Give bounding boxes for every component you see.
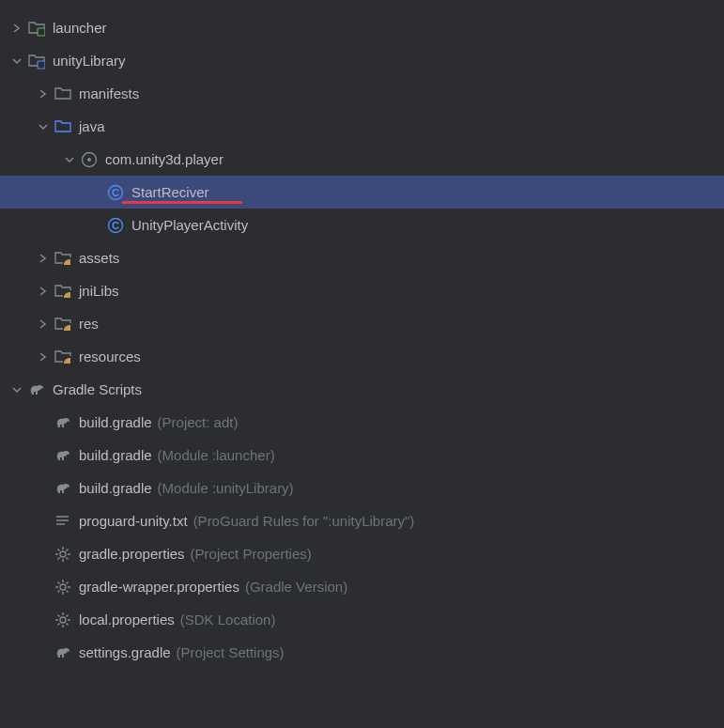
gear-icon (54, 579, 71, 596)
chevron-right-icon[interactable] (36, 284, 51, 299)
item-label: java (79, 118, 105, 134)
tree-item-assets[interactable]: assets (0, 241, 724, 274)
chevron-down-icon[interactable] (9, 54, 24, 69)
item-label: settings.gradle (79, 644, 171, 660)
item-label: assets (79, 250, 119, 266)
chevron-spacer (36, 481, 51, 496)
item-label: launcher (53, 20, 107, 36)
chevron-spacer (36, 415, 51, 430)
item-label: res (79, 316, 99, 332)
tree-item-gradle-wrapper[interactable]: gradle-wrapper.properties (Gradle Versio… (0, 570, 724, 603)
item-hint: (Module :unityLibrary) (158, 480, 294, 496)
source-folder-icon (54, 118, 71, 135)
tree-item-gradle-scripts[interactable]: Gradle Scripts (0, 373, 724, 406)
chevron-right-icon[interactable] (9, 21, 24, 36)
tree-item-proguard[interactable]: proguard-unity.txt (ProGuard Rules for "… (0, 504, 724, 537)
resource-folder-icon (54, 250, 71, 267)
module-folder-icon (28, 20, 45, 37)
item-label: gradle.properties (79, 546, 185, 562)
chevron-spacer (88, 185, 103, 200)
gradle-icon (54, 480, 71, 497)
chevron-down-icon[interactable] (9, 382, 24, 397)
gradle-icon (54, 414, 71, 431)
gradle-icon (54, 447, 71, 464)
item-label: proguard-unity.txt (79, 513, 188, 529)
tree-item-gradle-properties[interactable]: gradle.properties (Project Properties) (0, 537, 724, 570)
chevron-spacer (36, 645, 51, 660)
chevron-spacer (36, 448, 51, 463)
gradle-icon (54, 644, 71, 661)
gradle-icon (28, 381, 45, 398)
item-hint: (Project: adt) (158, 414, 239, 430)
tree-item-build-gradle-launcher[interactable]: build.gradle (Module :launcher) (0, 439, 724, 472)
item-label: UnityPlayerActivity (131, 217, 248, 233)
chevron-spacer (36, 547, 51, 562)
class-icon (107, 184, 124, 201)
tree-item-res[interactable]: res (0, 307, 724, 340)
item-label: com.unity3d.player (105, 151, 223, 167)
item-label: build.gradle (79, 480, 152, 496)
item-label: jniLibs (79, 283, 119, 299)
item-label: StartReciver (131, 184, 209, 200)
tree-item-unitylibrary[interactable]: unityLibrary (0, 44, 724, 77)
chevron-down-icon[interactable] (62, 152, 77, 167)
item-label: unityLibrary (53, 53, 126, 69)
resource-folder-icon (54, 283, 71, 300)
resource-folder-icon (54, 349, 71, 365)
resource-folder-icon (54, 316, 71, 333)
chevron-spacer (36, 580, 51, 595)
package-icon (81, 151, 98, 168)
chevron-right-icon[interactable] (36, 86, 51, 101)
chevron-spacer (88, 218, 103, 233)
class-icon (107, 217, 124, 234)
chevron-right-icon[interactable] (36, 251, 51, 266)
item-hint: (SDK Location) (180, 612, 276, 627)
item-label: gradle-wrapper.properties (79, 579, 239, 595)
chevron-spacer (36, 514, 51, 529)
item-label: Gradle Scripts (53, 381, 142, 397)
item-hint: (ProGuard Rules for ":unityLibrary") (193, 513, 415, 529)
gear-icon (54, 546, 71, 563)
item-label: resources (79, 349, 141, 364)
item-label: build.gradle (79, 447, 152, 463)
item-label: manifests (79, 85, 139, 101)
tree-item-local-properties[interactable]: local.properties (SDK Location) (0, 603, 724, 636)
item-hint: (Gradle Version) (245, 579, 347, 595)
tree-item-launcher[interactable]: launcher (0, 11, 724, 44)
tree-item-build-gradle-unitylibrary[interactable]: build.gradle (Module :unityLibrary) (0, 472, 724, 504)
item-label: build.gradle (79, 414, 152, 430)
module-folder-icon (28, 53, 45, 70)
tree-item-settings-gradle[interactable]: settings.gradle (Project Settings) (0, 636, 724, 669)
tree-item-startreciver[interactable]: StartReciver (0, 176, 724, 209)
chevron-down-icon[interactable] (36, 119, 51, 134)
item-label: local.properties (79, 612, 175, 627)
text-file-icon (54, 513, 71, 530)
item-hint: (Project Settings) (177, 644, 285, 660)
tree-item-package[interactable]: com.unity3d.player (0, 143, 724, 176)
item-hint: (Project Properties) (191, 546, 312, 562)
tree-item-unityplayeractivity[interactable]: UnityPlayerActivity (0, 209, 724, 241)
tree-item-resources[interactable]: resources (0, 340, 724, 373)
tree-item-manifests[interactable]: manifests (0, 77, 724, 110)
chevron-right-icon[interactable] (36, 349, 51, 364)
gear-icon (54, 612, 71, 628)
item-hint: (Module :launcher) (158, 447, 275, 463)
chevron-right-icon[interactable] (36, 317, 51, 332)
tree-item-java[interactable]: java (0, 110, 724, 143)
chevron-spacer (36, 612, 51, 627)
tree-item-build-gradle-project[interactable]: build.gradle (Project: adt) (0, 406, 724, 439)
tree-item-jnilibs[interactable]: jniLibs (0, 274, 724, 307)
folder-icon (54, 85, 71, 102)
